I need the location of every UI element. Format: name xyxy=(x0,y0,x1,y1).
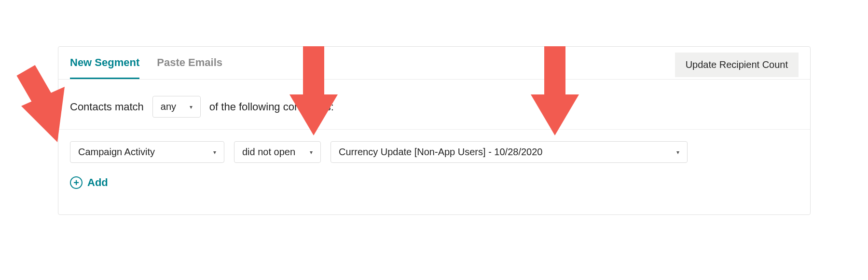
segment-panel: New Segment Paste Emails Update Recipien… xyxy=(58,46,811,215)
match-suffix-text: of the following conditions: xyxy=(209,101,334,113)
chevron-down-icon: ▾ xyxy=(310,149,313,156)
condition-field-select[interactable]: Campaign Activity ▾ xyxy=(70,141,224,163)
tabs-row: New Segment Paste Emails Update Recipien… xyxy=(58,47,810,80)
condition-value-select[interactable]: Currency Update [Non-App Users] - 10/28/… xyxy=(331,141,688,163)
add-label: Add xyxy=(87,176,108,189)
match-operator-value: any xyxy=(161,101,176,112)
condition-operator-select[interactable]: did not open ▾ xyxy=(234,141,321,163)
match-prefix-text: Contacts match xyxy=(70,101,144,113)
match-row: Contacts match any ▾ of the following co… xyxy=(58,80,810,130)
add-condition-button[interactable]: + Add xyxy=(58,163,120,202)
match-operator-select[interactable]: any ▾ xyxy=(152,96,201,118)
condition-field-value: Campaign Activity xyxy=(78,147,155,158)
update-recipient-count-button[interactable]: Update Recipient Count xyxy=(675,53,799,77)
chevron-down-icon: ▾ xyxy=(190,104,193,110)
chevron-down-icon: ▾ xyxy=(676,149,679,156)
condition-operator-value: did not open xyxy=(242,147,295,158)
condition-row: Campaign Activity ▾ did not open ▾ Curre… xyxy=(58,130,810,163)
tab-paste-emails[interactable]: Paste Emails xyxy=(157,56,222,79)
plus-circle-icon: + xyxy=(70,176,83,189)
chevron-down-icon: ▾ xyxy=(213,149,216,156)
svg-rect-0 xyxy=(16,65,56,113)
condition-value-text: Currency Update [Non-App Users] - 10/28/… xyxy=(339,147,542,158)
tab-new-segment[interactable]: New Segment xyxy=(70,56,139,79)
